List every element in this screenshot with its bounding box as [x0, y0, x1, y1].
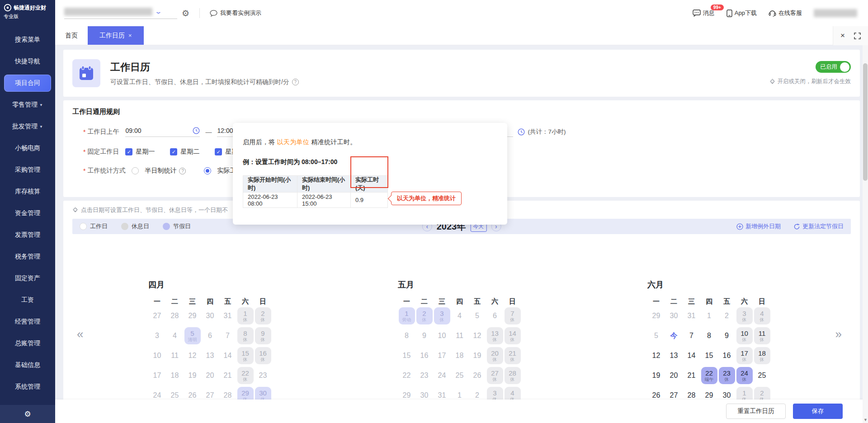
day-cell-20[interactable]: 20 — [665, 366, 683, 385]
day-cell-8[interactable]: 8 — [700, 326, 718, 346]
sidebar-item-系统管理[interactable]: 系统管理 — [0, 376, 55, 398]
reset-calendar-button[interactable]: 重置工作日历 — [726, 404, 786, 419]
day-cell-11[interactable]: 11 — [451, 326, 468, 346]
sidebar-item-资金管理[interactable]: 资金管理 — [0, 202, 55, 224]
day-cell-10[interactable]: 10 — [433, 326, 451, 346]
day-cell-7[interactable]: 7休 — [504, 306, 521, 326]
day-cell-8[interactable]: 8休 — [236, 326, 254, 346]
day-cell-27[interactable]: 27休 — [486, 366, 504, 385]
day-cell-11[interactable]: 11 — [166, 346, 184, 366]
day-cell-22[interactable]: 22休 — [236, 366, 254, 385]
sidebar-item-工资[interactable]: 工资 — [0, 289, 55, 311]
day-cell-5[interactable]: 5 — [647, 326, 665, 346]
fullscreen-icon[interactable] — [854, 33, 861, 39]
day-cell-31[interactable]: 31 — [219, 306, 236, 326]
day-cell-4[interactable]: 4 — [166, 326, 184, 346]
sidebar-item-采购管理[interactable]: 采购管理 — [0, 159, 55, 181]
add-exception-button[interactable]: 新增例外日期 — [736, 222, 781, 230]
day-cell-14[interactable]: 14 — [219, 346, 236, 366]
day-cell-2[interactable]: 2休 — [254, 306, 272, 326]
sidebar-item-经营管理[interactable]: 经营管理 — [0, 311, 55, 333]
sidebar-item-快捷导航[interactable]: 快捷导航 — [0, 51, 55, 72]
sidebar-item-零售管理[interactable]: 零售管理▼ — [0, 94, 55, 116]
scrollbar-down-arrow[interactable]: ▼ — [863, 418, 868, 422]
day-cell-21[interactable]: 21 — [219, 366, 236, 385]
day-cell-24[interactable]: 24休 — [736, 366, 753, 385]
sidebar-item-库存核算[interactable]: 库存核算 — [0, 181, 55, 202]
day-cell-23[interactable]: 23 — [415, 366, 433, 385]
org-switcher[interactable]: ⌄ — [64, 8, 177, 19]
day-cell-9[interactable]: 9 — [415, 326, 433, 346]
day-cell-4[interactable]: 4 — [451, 306, 468, 326]
day-cell-28[interactable]: 28 — [166, 306, 184, 326]
sidebar-item-基础信息[interactable]: 基础信息 — [0, 354, 55, 376]
redacted-username[interactable] — [814, 9, 857, 17]
day-cell-29[interactable]: 29 — [647, 306, 665, 326]
day-cell-3[interactable]: 3休 — [433, 306, 451, 326]
weekday-checkbox-星期二[interactable]: ✓星期二 — [170, 148, 199, 156]
day-cell-9[interactable]: 9 — [718, 326, 736, 346]
day-cell-22[interactable]: 22 — [398, 366, 415, 385]
day-cell-15[interactable]: 15 — [700, 346, 718, 366]
enabled-toggle[interactable]: 已启用 — [816, 61, 851, 73]
online-service-button[interactable]: 在线客服 — [769, 9, 802, 17]
day-cell-2[interactable]: 2休 — [415, 306, 433, 326]
day-cell-28[interactable]: 28休 — [504, 366, 521, 385]
day-cell-5[interactable]: 5清明 — [184, 326, 201, 346]
day-cell-19[interactable]: 19 — [184, 366, 201, 385]
day-cell-29[interactable]: 29 — [184, 306, 201, 326]
day-cell-6[interactable]: 6 — [201, 326, 219, 346]
day-cell-13[interactable]: 13 — [201, 346, 219, 366]
sidebar-item-总账管理[interactable]: 总账管理 — [0, 333, 55, 354]
day-cell-1[interactable]: 1劳动 — [398, 306, 415, 326]
update-holidays-button[interactable]: 更新法定节假日 — [793, 222, 844, 230]
sidebar-item-搜索菜单[interactable]: 搜索菜单 — [0, 29, 55, 51]
sidebar-item-固定资产[interactable]: 固定资产 — [0, 268, 55, 289]
tab-close-icon[interactable]: × — [128, 32, 132, 39]
day-cell-6[interactable]: 6 — [486, 306, 504, 326]
day-cell-12[interactable]: 12 — [184, 346, 201, 366]
day-cell-17[interactable]: 17 — [148, 366, 166, 385]
sidebar-item-小畅电商[interactable]: 小畅电商 — [0, 137, 55, 159]
day-cell-30[interactable]: 30 — [201, 306, 219, 326]
day-cell-5[interactable]: 5 — [468, 306, 486, 326]
day-cell-14[interactable]: 14休 — [504, 326, 521, 346]
help-question-icon[interactable]: ? — [179, 168, 186, 174]
tab-work-calendar[interactable]: 工作日历 × — [88, 26, 144, 45]
day-cell-19[interactable]: 19 — [647, 366, 665, 385]
scrollbar[interactable]: ▼ — [863, 45, 868, 423]
day-cell-26[interactable]: 26 — [468, 366, 486, 385]
close-all-tabs-icon[interactable]: × — [840, 31, 845, 40]
stat-option-半日制统计[interactable]: 半日制统计? — [132, 167, 186, 175]
day-cell-16[interactable]: 16休 — [254, 346, 272, 366]
day-cell-18[interactable]: 18休 — [753, 346, 771, 366]
sidebar-item-批发管理[interactable]: 批发管理▼ — [0, 116, 55, 137]
day-cell-10[interactable]: 10 — [148, 346, 166, 366]
help-question-icon[interactable]: ? — [292, 79, 299, 85]
day-cell-25[interactable]: 25 — [753, 366, 771, 385]
sidebar-item-税务管理[interactable]: 税务管理 — [0, 246, 55, 268]
day-cell-19[interactable]: 19 — [468, 346, 486, 366]
day-cell-24[interactable]: 24 — [433, 366, 451, 385]
day-cell-25[interactable]: 25 — [451, 366, 468, 385]
day-cell-11[interactable]: 11休 — [753, 326, 771, 346]
day-cell-21[interactable]: 21 — [683, 366, 700, 385]
day-cell-3[interactable]: 3 — [148, 326, 166, 346]
day-cell-1[interactable]: 1 — [700, 306, 718, 326]
day-cell-12[interactable]: 12 — [647, 346, 665, 366]
next-months-arrow[interactable]: » — [835, 327, 842, 341]
day-cell-18[interactable]: 18 — [166, 366, 184, 385]
day-cell-27[interactable]: 27 — [148, 306, 166, 326]
day-cell-1[interactable]: 1休 — [236, 306, 254, 326]
day-cell-17[interactable]: 17休 — [736, 346, 753, 366]
day-cell-23[interactable]: 23 — [254, 366, 272, 385]
demo-link[interactable]: 我要看实例演示 — [210, 9, 261, 17]
prev-months-arrow[interactable]: « — [77, 327, 83, 341]
sidebar-item-项目合同[interactable]: 项目合同 — [4, 75, 51, 92]
time-start-input[interactable]: 09:00 — [125, 127, 200, 137]
weekday-checkbox-星期一[interactable]: ✓星期一 — [125, 148, 155, 156]
day-cell-16[interactable]: 16 — [718, 346, 736, 366]
day-cell-23[interactable]: 23休 — [718, 366, 736, 385]
day-cell-3[interactable]: 3休 — [736, 306, 753, 326]
day-cell-15[interactable]: 15休 — [236, 346, 254, 366]
